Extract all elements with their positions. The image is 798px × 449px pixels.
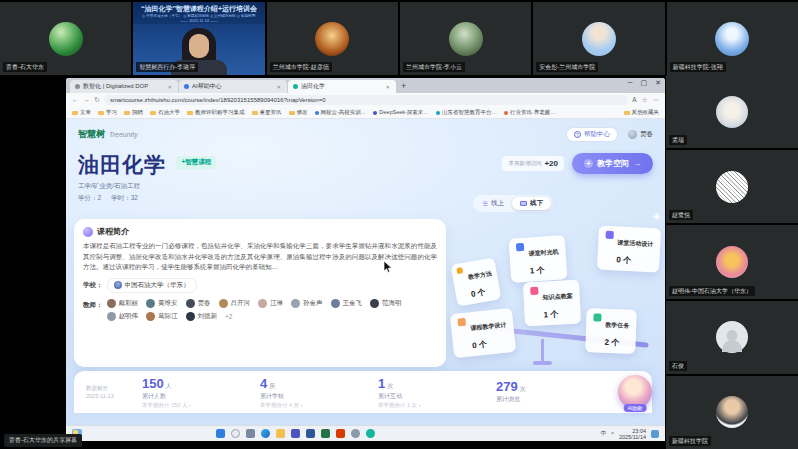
forward-icon[interactable]: → [83, 95, 90, 105]
tab-close-icon[interactable]: × [168, 84, 173, 90]
notification-center-icon[interactable] [651, 430, 659, 438]
other-bookmarks[interactable]: 其他收藏夹 [624, 109, 660, 116]
teaching-space-button[interactable]: + 教学空间 → [572, 153, 653, 174]
folder-icon [252, 111, 258, 115]
new-tab-button[interactable]: + [401, 80, 406, 93]
teacher-avatar [370, 299, 379, 308]
video-tile[interactable]: 新疆科技学院-张翔 [667, 0, 798, 75]
resource-card[interactable]: 课程教学设计0 个 [450, 308, 516, 358]
bookmark-link[interactable]: 山东省智慧教育平台… [436, 109, 497, 116]
task-icon [593, 313, 601, 321]
window-maximize-icon[interactable]: ▢ [641, 79, 648, 87]
video-tile[interactable]: 安会彤-兰州城市学院 [533, 0, 666, 75]
bookmark-link[interactable]: 行业资讯·养老服… [504, 109, 556, 116]
teacher-chip[interactable]: 黄维安 [146, 299, 178, 308]
teams-icon[interactable] [291, 429, 300, 438]
browser-more-icon[interactable]: ⋯ [653, 96, 660, 104]
browser-tab[interactable]: AI帮助中心 × [179, 80, 287, 93]
participant-name: 新疆科技学院-张翔 [670, 62, 726, 72]
meeting-app-icon[interactable] [366, 429, 375, 438]
windows-taskbar: 中 ^ 23:042025/11/14 [66, 425, 665, 441]
arrow-right-icon: → [633, 159, 641, 168]
tab-close-icon[interactable]: × [277, 84, 282, 90]
hidden-icons-chevron[interactable]: ^ [611, 431, 614, 437]
video-tile-speaker[interactable]: “油田化学”智慧课程介绍+运行培训会 ◎ 中国石油大学（华东） ◎ 新疆科技学院… [133, 0, 266, 75]
bookmark-folder[interactable]: 招聘 [124, 109, 143, 116]
bookmark-folder[interactable]: 教师评职称学习集成 [187, 109, 245, 116]
ai-assistant-avatar[interactable]: AI助教 [618, 375, 652, 409]
help-label: 帮助中心 [584, 130, 610, 139]
video-tile[interactable]: 新疆科技学院 [666, 376, 798, 449]
resource-card[interactable]: 教学任务2 个 [585, 308, 637, 354]
video-tile[interactable]: 石俊 [666, 301, 798, 376]
tab-favicon-icon [184, 84, 189, 89]
start-icon[interactable] [216, 429, 225, 438]
teacher-avatar [219, 299, 228, 308]
teacher-chip[interactable]: 贾春 [186, 299, 211, 308]
teacher-chip[interactable]: 戴彩丽 [107, 299, 139, 308]
url-input[interactable]: smartcourse.zhihuishu.com/course/index/1… [104, 95, 628, 105]
activity-icon [606, 231, 614, 239]
toggle-online[interactable]: ☰ 线上 [475, 197, 512, 210]
bookmark-folder[interactable]: 重要资讯 [252, 109, 282, 116]
bookmark-folder[interactable]: 石油大学 [150, 109, 180, 116]
file-explorer-icon[interactable] [276, 429, 285, 438]
bookmark-link[interactable]: DeepSeek-探索未… [373, 109, 429, 116]
resource-card[interactable]: 课堂活动设计0 个 [597, 225, 661, 272]
back-icon[interactable]: ← [72, 95, 79, 105]
browser-tab-active[interactable]: 油田化学 × [288, 80, 396, 93]
resource-card[interactable]: 课堂时光机1 个 [509, 235, 568, 283]
intro-title: 课程简介 [97, 226, 129, 237]
taskbar-clock[interactable]: 23:042025/11/14 [619, 428, 646, 440]
teacher-more-chip[interactable]: +2 [225, 312, 232, 321]
participant-avatar [716, 396, 748, 428]
edge-icon[interactable] [261, 429, 270, 438]
user-menu[interactable]: 贾春 [628, 130, 653, 139]
powerpoint-icon[interactable] [336, 429, 345, 438]
meeting-window: 贾春-石大华东 “油田化学”智慧课程介绍+运行培训会 ◎ 中国石油大学（华东） … [0, 0, 798, 449]
teacher-chip[interactable]: 赵明伟 [107, 312, 139, 321]
toggle-offline[interactable]: 线下 [512, 197, 551, 210]
favicon-icon [315, 111, 319, 115]
video-tile[interactable]: 兰州城市学院-李小云 [400, 0, 533, 75]
translate-icon[interactable]: A [632, 96, 636, 104]
resource-card[interactable]: 教学方法0 个 [451, 257, 502, 306]
teacher-chip[interactable]: 吕开河 [219, 299, 251, 308]
school-pill[interactable]: 中国石油大学（华东） [107, 278, 197, 293]
site-logo[interactable]: 智慧树 [78, 128, 105, 141]
task-view-icon[interactable] [246, 429, 255, 438]
input-language-indicator[interactable]: 中 [601, 430, 607, 437]
favorite-star-icon[interactable]: ☆ [642, 96, 648, 104]
window-minimize-icon[interactable]: ─ [628, 79, 633, 87]
bookmark-folder[interactable]: 文章 [72, 109, 91, 116]
teacher-chip[interactable]: 王金飞 [331, 299, 363, 308]
video-tile[interactable]: 孟瑞 [666, 75, 798, 150]
video-tile[interactable]: 赵鹭悦 [666, 150, 798, 225]
teacher-chip[interactable]: 刘德新 [186, 312, 218, 321]
browser-tab[interactable]: 数智化 | Digitalized DOP × [70, 80, 178, 93]
folder-icon [624, 111, 630, 115]
search-icon[interactable] [231, 429, 240, 438]
tab-close-icon[interactable]: × [386, 84, 391, 90]
course-category: 工学/矿业类/石油工程 [78, 182, 653, 191]
excel-icon[interactable] [321, 429, 330, 438]
word-icon[interactable] [306, 429, 315, 438]
bookmark-folder[interactable]: 学习 [98, 109, 117, 116]
teacher-chip[interactable]: 范海明 [370, 299, 402, 308]
bookmark-folder[interactable]: 修改 [289, 109, 308, 116]
settings-icon[interactable] [351, 429, 360, 438]
teacher-chip[interactable]: 江琳 [258, 299, 283, 308]
video-tile[interactable]: 贾春-石大华东 [0, 0, 133, 75]
teacher-chip[interactable]: 葛际江 [146, 312, 178, 321]
bookmarks-bar: 文章 学习 招聘 石油大学 教师评职称学习集成 重要资讯 修改 网校云-高校实训… [66, 107, 665, 119]
video-tile[interactable]: 赵明伟-中国石油大学（华东） [666, 225, 798, 300]
video-tile[interactable]: 兰州城市学院-赵彦德 [267, 0, 400, 75]
bookmark-link[interactable]: 网校云-高校实训… [315, 109, 367, 116]
mouse-cursor [384, 261, 393, 273]
course-hours: 学时：32 [111, 194, 138, 203]
help-center-button[interactable]: ? 帮助中心 [566, 127, 618, 142]
teacher-chip[interactable]: 孙金声 [291, 299, 323, 308]
resource-card[interactable]: 知识点教案1 个 [523, 280, 581, 327]
refresh-icon[interactable]: ↻ [94, 95, 100, 105]
window-close-icon[interactable]: ✕ [655, 79, 661, 87]
